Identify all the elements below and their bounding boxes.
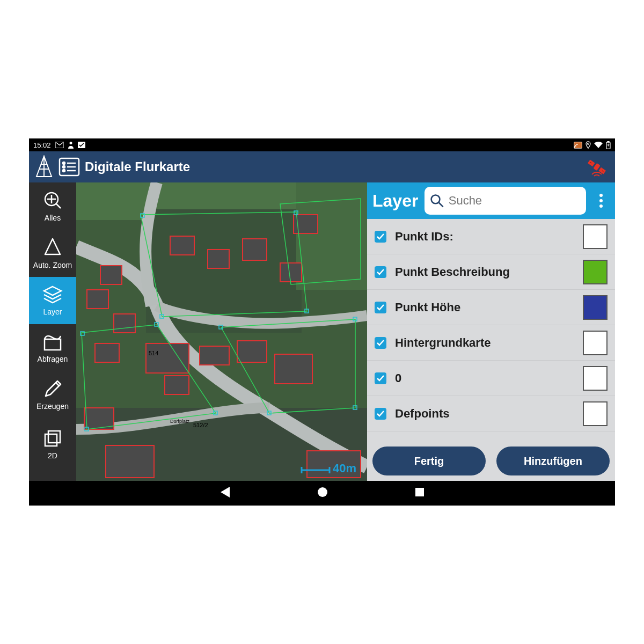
svg-rect-36 — [275, 354, 312, 384]
svg-rect-71 — [415, 488, 424, 496]
sidebar-item-label: 2D — [48, 451, 57, 460]
app-logo-icon[interactable] — [31, 155, 57, 179]
svg-point-3 — [588, 143, 589, 144]
svg-point-7 — [63, 162, 65, 164]
svg-rect-38 — [208, 250, 229, 268]
sidebar-item-erzeugen[interactable]: Erzeugen — [29, 371, 76, 419]
sidebar-item-autozoom[interactable]: Auto. Zoom — [29, 230, 76, 277]
list-icon[interactable] — [57, 157, 82, 177]
check-icon — [78, 142, 85, 148]
svg-point-70 — [318, 487, 327, 497]
svg-text:512/2: 512/2 — [193, 422, 208, 428]
sidebar-item-2d[interactable]: 2D — [29, 419, 76, 470]
layer-list[interactable]: Punkt IDs: Punkt Beschreibung Punkt Höhe — [367, 219, 615, 441]
svg-point-11 — [63, 170, 65, 172]
person-icon — [68, 141, 74, 149]
location-icon — [586, 141, 591, 149]
sidebar-item-alles[interactable]: Alles — [29, 182, 76, 230]
checkbox[interactable] — [375, 231, 386, 243]
layer-panel: Layer — [367, 182, 615, 481]
color-swatch[interactable] — [583, 401, 608, 426]
layer-row-0: 0 — [367, 361, 615, 396]
nav-home-icon[interactable] — [317, 486, 328, 500]
more-menu-icon[interactable] — [592, 193, 610, 209]
sidebar-item-layer[interactable]: Layer — [29, 277, 76, 324]
svg-line-22 — [56, 383, 59, 386]
sidebar-item-label: Abfragen — [38, 355, 68, 363]
sidebar-item-label: Auto. Zoom — [33, 261, 72, 269]
color-swatch[interactable] — [583, 295, 608, 320]
svg-rect-23 — [48, 431, 60, 443]
status-time: 15:02 — [33, 141, 51, 149]
layer-row-punkt-ids: Punkt IDs: — [367, 219, 615, 254]
search-box[interactable] — [425, 187, 586, 215]
svg-text:Dorfplatz: Dorfplatz — [170, 419, 190, 424]
svg-rect-24 — [45, 434, 57, 446]
android-nav-bar — [29, 481, 615, 506]
svg-rect-39 — [243, 239, 267, 260]
svg-point-68 — [599, 199, 603, 202]
svg-rect-30 — [95, 343, 119, 362]
svg-rect-43 — [114, 314, 135, 333]
color-swatch[interactable] — [583, 260, 608, 284]
layer-row-label: Defpoints — [395, 407, 574, 421]
svg-rect-13 — [593, 163, 600, 171]
search-icon — [430, 193, 444, 209]
checkbox[interactable] — [375, 302, 386, 313]
color-swatch[interactable] — [583, 224, 608, 249]
layer-panel-title: Layer — [372, 191, 418, 211]
app-title: Digitale Flurkarte — [85, 159, 190, 174]
svg-point-69 — [599, 204, 603, 208]
sidebar-item-label: Layer — [43, 308, 62, 316]
done-button[interactable]: Fertig — [372, 447, 486, 475]
scale-label: 40m — [333, 462, 356, 475]
satellite-icon[interactable] — [584, 155, 610, 179]
svg-text:514: 514 — [149, 350, 158, 356]
svg-rect-42 — [87, 290, 108, 309]
checkbox[interactable] — [375, 337, 386, 349]
sidebar-item-abfragen[interactable]: Abfragen — [29, 324, 76, 371]
search-input[interactable] — [449, 194, 581, 208]
svg-line-19 — [56, 204, 61, 208]
checkbox[interactable] — [375, 372, 386, 384]
layer-row-label: 0 — [395, 371, 574, 385]
svg-rect-44 — [106, 445, 154, 478]
svg-line-66 — [439, 203, 443, 207]
layer-row-punkt-beschreibung: Punkt Beschreibung — [367, 254, 615, 290]
layer-row-label: Hintergrundkarte — [395, 336, 574, 350]
checkbox[interactable] — [375, 408, 386, 420]
svg-rect-33 — [165, 376, 189, 394]
svg-rect-37 — [170, 236, 194, 255]
svg-rect-34 — [200, 346, 229, 365]
layer-button-row: Fertig Hinzufügen — [367, 441, 615, 481]
svg-point-9 — [63, 166, 65, 168]
layer-header: Layer — [367, 182, 615, 219]
svg-point-67 — [599, 194, 603, 197]
svg-rect-31 — [84, 408, 114, 429]
tablet-frame: 15:02 — [29, 138, 615, 506]
svg-rect-4 — [606, 142, 610, 149]
svg-rect-35 — [237, 341, 267, 362]
layer-row-label: Punkt Beschreibung — [395, 265, 574, 279]
svg-rect-40 — [280, 263, 302, 282]
sidebar-item-label: Alles — [45, 214, 61, 222]
svg-point-65 — [431, 195, 440, 203]
color-swatch[interactable] — [583, 366, 608, 391]
layer-row-label: Punkt Höhe — [395, 301, 574, 314]
map-viewport[interactable]: 40m 514 512/2 Dorfplatz — [76, 182, 367, 481]
add-button[interactable]: Hinzufügen — [496, 447, 610, 475]
layer-row-label: Punkt IDs: — [395, 230, 574, 244]
sidebar-item-label: Erzeugen — [36, 402, 69, 411]
battery-icon — [606, 141, 611, 149]
color-swatch[interactable] — [583, 331, 608, 355]
layer-row-punkt-hoehe: Punkt Höhe — [367, 290, 615, 325]
checkbox[interactable] — [375, 266, 386, 278]
nav-back-icon[interactable] — [219, 486, 231, 501]
svg-rect-5 — [608, 141, 609, 142]
android-status-bar: 15:02 — [29, 138, 615, 151]
app-bar: Digitale Flurkarte — [29, 151, 615, 182]
nav-recent-icon[interactable] — [414, 487, 425, 500]
tool-sidebar: Alles Auto. Zoom Layer — [29, 182, 76, 481]
cast-icon — [574, 142, 582, 149]
svg-point-0 — [69, 142, 72, 144]
